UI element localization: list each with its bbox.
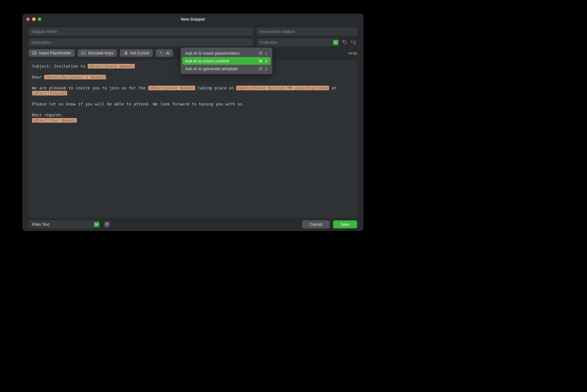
ai-menu-item-label: Ask AI to generate template bbox=[185, 66, 238, 71]
set-cursor-label: Set Cursor bbox=[130, 51, 149, 55]
placeholder-token: {@text|Event Name@} bbox=[148, 86, 195, 90]
description-input[interactable] bbox=[29, 38, 253, 46]
svg-text:A: A bbox=[124, 51, 127, 55]
ai-menu-insert-content[interactable]: Ask AI to insert content ⌘ 2 bbox=[182, 57, 271, 65]
wrap-toggle[interactable]: wrap bbox=[349, 51, 357, 55]
svg-point-0 bbox=[344, 41, 345, 42]
ai-dropdown-menu: Ask AI to insert placeholders ⌘ 1 Ask AI… bbox=[181, 48, 272, 74]
cancel-button[interactable]: Cancel bbox=[302, 220, 330, 228]
close-window-button[interactable] bbox=[26, 17, 30, 21]
minimize-window-button[interactable] bbox=[32, 17, 36, 21]
placeholder-token: {@text|Recipient's Name@} bbox=[44, 75, 106, 79]
keyword-input[interactable] bbox=[257, 28, 357, 36]
placeholder-token: {@text|Venue@} bbox=[32, 91, 67, 95]
placeholder-token: {@date|Event Date|dd.MM.yyyy|English@} bbox=[236, 86, 329, 90]
save-button[interactable]: Save bbox=[333, 220, 357, 228]
ai-menu-item-shortcut: ⌘ 3 bbox=[259, 66, 268, 71]
placeholder-icon: A bbox=[32, 51, 37, 55]
ai-menu-item-label: Ask AI to insert content bbox=[185, 58, 229, 63]
ai-menu-item-shortcut: ⌘ 2 bbox=[259, 59, 268, 63]
insert-placeholder-button[interactable]: A Insert Placeholder bbox=[29, 49, 75, 57]
help-button[interactable]: ? bbox=[104, 221, 110, 228]
svg-rect-3 bbox=[81, 52, 85, 54]
simulate-keys-button[interactable]: Simulate Keys bbox=[78, 49, 117, 57]
help-icon: ? bbox=[106, 222, 108, 227]
snippet-name-input[interactable] bbox=[29, 28, 253, 36]
cursor-icon: A bbox=[123, 51, 128, 55]
format-select[interactable]: Plain Text bbox=[29, 220, 100, 228]
ai-menu-insert-placeholders[interactable]: Ask AI to insert placeholders ⌘ 1 bbox=[182, 49, 271, 57]
maximize-window-button[interactable] bbox=[38, 17, 41, 21]
ai-label: AI bbox=[166, 51, 170, 55]
tag-icon[interactable] bbox=[342, 40, 348, 45]
window-title: New Snippet bbox=[22, 17, 363, 21]
collection-select[interactable]: Collection bbox=[257, 38, 339, 46]
snippet-editor[interactable]: Subject: Invitation to {@text|Event Name… bbox=[29, 60, 357, 218]
traffic-lights bbox=[22, 17, 41, 21]
svg-text:A: A bbox=[34, 52, 35, 54]
placeholder-token: {@text|Your Name@} bbox=[32, 118, 77, 123]
chevron-down-icon bbox=[333, 40, 338, 45]
placeholder-token: {@text|Event Name@} bbox=[88, 64, 135, 68]
chevron-down-icon bbox=[94, 222, 99, 227]
snippet-editor-window: New Snippet Collection bbox=[22, 14, 363, 231]
ai-menu-item-label: Ask AI to insert placeholders bbox=[185, 51, 239, 56]
set-cursor-button[interactable]: A Set Cursor bbox=[120, 49, 153, 57]
collection-placeholder: Collection bbox=[260, 40, 277, 45]
keyboard-icon bbox=[81, 51, 86, 55]
insert-placeholder-label: Insert Placeholder bbox=[39, 51, 71, 55]
sparkle-icon bbox=[159, 51, 164, 55]
simulate-keys-label: Simulate Keys bbox=[88, 51, 114, 55]
list-cursor-icon[interactable] bbox=[351, 40, 357, 45]
ai-button[interactable]: AI bbox=[156, 49, 173, 57]
format-label: Plain Text bbox=[32, 222, 49, 227]
footer: Plain Text ? Cancel Save bbox=[22, 218, 363, 231]
ai-menu-generate-template[interactable]: Ask AI to generate template ⌘ 3 bbox=[182, 65, 271, 72]
titlebar: New Snippet bbox=[22, 14, 363, 25]
ai-menu-item-shortcut: ⌘ 1 bbox=[259, 51, 268, 56]
